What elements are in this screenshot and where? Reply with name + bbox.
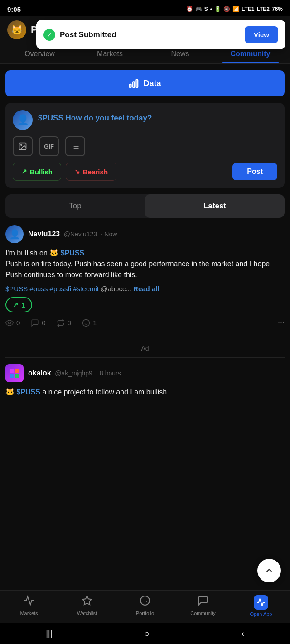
post-dot-2: ·	[96, 370, 100, 377]
post-avatar-1: 👤	[5, 225, 24, 243]
nav-community[interactable]: Community	[174, 595, 232, 617]
post-header-1: 👤 Nevlu123 @Nevlu123 · Now	[5, 225, 285, 243]
game-icon: 🎮	[195, 6, 202, 12]
recent-apps-button[interactable]: |||	[46, 629, 52, 639]
nav-open-app[interactable]: Open App	[232, 595, 290, 617]
scroll-to-top-button[interactable]	[257, 559, 281, 582]
post-username-2: okalok	[28, 369, 51, 377]
dot-icon: •	[210, 6, 212, 12]
bearish-button[interactable]: ↘ Bearish	[66, 163, 116, 181]
post2-ticker: $PUSS	[16, 388, 40, 396]
battery-level: 76%	[272, 6, 283, 12]
nav-portfolio[interactable]: Portfolio	[116, 595, 174, 617]
composer-tools: GIF	[13, 136, 277, 156]
post-user-info-2: okalok @ak_mjqhp9 · 8 hours	[28, 369, 121, 377]
post-username-1: Nevlu123	[28, 230, 60, 238]
sentiment-tag-1: ↗ 1	[5, 297, 32, 312]
comments-count: 0	[42, 319, 45, 327]
svg-rect-0	[130, 84, 131, 87]
watchlist-icon	[82, 595, 92, 609]
status-bar: 9:05 ⏰ 🎮 S • 🔋 🔇 📶 LTE1 LTE2 76%	[0, 0, 290, 16]
post-card-1: 👤 Nevlu123 @Nevlu123 · Now I'm bullish o…	[5, 225, 285, 333]
bottom-nav: Markets Watchlist Portfolio Community	[0, 590, 290, 623]
toast-message: Post Submitted	[60, 30, 116, 39]
post-content-1: I'm bullish on 🐱 $PUSS Push is on fire t…	[5, 248, 285, 280]
toast-left: ✓ Post Submitted	[44, 29, 116, 41]
post-time-1: Now	[104, 231, 117, 238]
tag-hash-puss[interactable]: #puss	[29, 285, 48, 293]
nav-markets-label: Markets	[20, 610, 38, 616]
mute-icon: 🔇	[223, 6, 230, 12]
app-avatar: 🐱	[7, 20, 26, 39]
post-button[interactable]: Post	[232, 163, 277, 180]
reposts-stat[interactable]: 0	[57, 319, 71, 327]
svg-point-11	[9, 322, 11, 324]
post-stats-1: 0 0 0	[5, 318, 285, 327]
svg-rect-17	[10, 374, 14, 378]
svg-point-12	[83, 319, 90, 326]
tag-pussfi[interactable]: #pussfi	[50, 285, 72, 293]
post-tags-1: $PUSS #puss #pussfi #steemit @abbcc... R…	[5, 285, 285, 293]
markets-icon	[24, 595, 34, 609]
home-button[interactable]: ○	[144, 629, 150, 639]
svg-rect-1	[133, 82, 135, 87]
signal-icon: 🔋	[214, 6, 221, 12]
post-time-2: 8 hours	[100, 370, 121, 377]
tag-handle: @abbcc...	[101, 285, 131, 293]
tag-steemit[interactable]: #steemit	[73, 285, 99, 293]
view-post-button[interactable]: View	[245, 26, 278, 43]
svg-rect-2	[136, 80, 138, 87]
feed-toggle: Top Latest	[5, 194, 285, 218]
s-icon: S	[204, 6, 208, 12]
read-all-button[interactable]: Read all	[133, 285, 160, 293]
post-composer: 👤 $PUSS How do you feel today? GIF	[5, 103, 285, 188]
nav-open-app-label: Open App	[250, 611, 272, 617]
composer-avatar: 👤	[13, 110, 33, 130]
status-time: 9:05	[7, 5, 21, 13]
views-stat[interactable]: 0	[5, 319, 20, 327]
bullish-arrow-icon: ↗	[21, 168, 27, 176]
wifi-icon: 📶	[232, 6, 239, 12]
back-button[interactable]: ‹	[242, 629, 244, 639]
latest-feed-button[interactable]: Latest	[145, 194, 285, 218]
bearish-arrow-icon: ↘	[74, 168, 80, 176]
post-content-2: 🐱 $PUSS 🐱 $PUSS a nice project to follow…	[5, 387, 285, 398]
image-tool[interactable]	[13, 136, 33, 156]
nav-watchlist-label: Watchlist	[77, 610, 97, 616]
reactions-count: 1	[93, 319, 97, 327]
sentiment-buttons: ↗ Bullish ↘ Bearish	[13, 163, 116, 181]
check-icon: ✓	[44, 29, 55, 41]
data-button[interactable]: Data	[5, 70, 285, 96]
sentiment-arrow-icon: ↗	[13, 301, 19, 309]
post-avatar-2	[5, 364, 24, 382]
svg-rect-16	[15, 369, 19, 373]
top-feed-button[interactable]: Top	[5, 194, 145, 218]
reactions-stat[interactable]: 1	[82, 319, 97, 327]
more-options-button[interactable]: ···	[278, 318, 285, 327]
post-card-2: okalok @ak_mjqhp9 · 8 hours 🐱 $PUSS 🐱 $P…	[5, 364, 285, 408]
comments-stat[interactable]: 0	[31, 319, 45, 327]
composer-placeholder[interactable]: $PUSS How do you feel today?	[38, 110, 152, 123]
poll-tool[interactable]	[65, 136, 85, 156]
nav-watchlist[interactable]: Watchlist	[58, 595, 116, 617]
post-handle-1: @Nevlu123	[64, 231, 97, 238]
bullish-button[interactable]: ↗ Bullish	[13, 163, 61, 181]
post-user-info: Nevlu123 @Nevlu123 · Now	[28, 230, 117, 238]
lte2-icon: LTE2	[257, 6, 270, 12]
svg-rect-18	[15, 374, 19, 378]
main-content: Data 👤 $PUSS How do you feel today? GIF	[0, 64, 290, 420]
lte1-icon: LTE1	[242, 6, 254, 12]
svg-rect-15	[10, 369, 14, 373]
composer-ticker: $PUSS	[38, 114, 63, 122]
post-handle-2: @ak_mjqhp9	[55, 370, 92, 377]
post-ticker-1: $PUSS	[61, 249, 84, 257]
nav-markets[interactable]: Markets	[0, 595, 58, 617]
reposts-count: 0	[68, 319, 71, 327]
ad-label: Ad	[5, 339, 285, 358]
post-submitted-toast: ✓ Post Submitted View	[36, 20, 285, 49]
post-header-2: okalok @ak_mjqhp9 · 8 hours	[5, 364, 285, 382]
system-navigation: ||| ○ ‹	[0, 623, 290, 644]
gif-tool[interactable]: GIF	[39, 136, 59, 156]
open-app-icon	[254, 595, 268, 610]
tag-puss[interactable]: $PUSS	[5, 285, 28, 293]
